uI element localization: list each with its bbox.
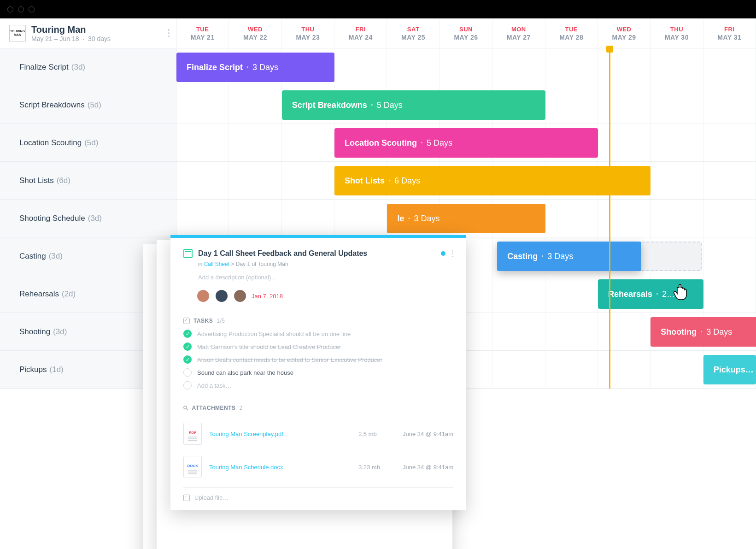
card-date: Jan 7, 2018	[252, 293, 283, 300]
day-header: THUMAY 30	[651, 18, 703, 48]
attachment-date: June 34 @ 9:41am	[403, 431, 453, 437]
day-header: TUEMAY 28	[545, 18, 598, 48]
attachment-size: 3.23 mb	[358, 464, 395, 471]
checklist-item[interactable]: ✓Advertising Production Specialist shoul…	[183, 330, 453, 338]
attachment-row[interactable]: DOCXTouring Man Schedule.docx3.23 mbJune…	[183, 450, 453, 484]
attachment-row[interactable]: PDFTouring Man Screenplay.pdf2.5 mbJune …	[183, 417, 453, 450]
day-header: THUMAY 23	[282, 18, 334, 48]
task-checkbox[interactable]: ✓	[183, 342, 192, 351]
card-title: Day 1 Call Sheet Feedback and General Up…	[198, 249, 367, 258]
gantt-header: TOURING MAN Touring Man May 21 – Jun 18 …	[0, 18, 756, 48]
day-header: FRIMAY 31	[703, 18, 756, 48]
attachments-section-header: ⚲ ATTACHMENTS 2	[183, 404, 453, 412]
avatar[interactable]	[233, 289, 247, 303]
task-checkbox[interactable]	[183, 368, 192, 377]
day-header: FRIMAY 24	[334, 18, 387, 48]
window-minimize-icon[interactable]	[18, 6, 24, 12]
status-dot-icon	[441, 251, 445, 256]
tasks-section-header: TASKS 1/5	[183, 318, 453, 324]
task-label-row[interactable]: Script Breakdowns (5d)	[0, 86, 176, 124]
gantt-row: Shot Lists·6 Days	[176, 162, 756, 200]
attachment-name[interactable]: Touring Man Screenplay.pdf	[209, 431, 351, 437]
project-logo: TOURING MAN	[9, 25, 26, 41]
task-checkbox[interactable]: ✓	[183, 330, 192, 338]
task-detail-card[interactable]: Day 1 Call Sheet Feedback and General Up…	[170, 235, 466, 510]
day-header: WEDMAY 22	[229, 18, 281, 48]
project-title: Touring Man	[31, 24, 111, 35]
gantt-bar[interactable]: Pickups…	[703, 355, 756, 384]
project-subtitle: May 21 – Jun 18 · 30 days	[31, 35, 111, 42]
project-header[interactable]: TOURING MAN Touring Man May 21 – Jun 18 …	[0, 18, 176, 48]
file-thumb-icon: PDF	[183, 423, 202, 445]
day-header: SATMAY 25	[387, 18, 440, 48]
project-menu-icon[interactable]	[168, 29, 170, 37]
task-checkbox[interactable]: ✓	[183, 355, 192, 364]
calendar-icon	[183, 249, 193, 258]
checklist-icon	[183, 318, 190, 324]
avatar[interactable]	[196, 289, 210, 303]
attachment-size: 2.5 mb	[358, 431, 395, 437]
gantt-bar[interactable]: Script Breakdowns·5 Days	[282, 90, 545, 120]
checklist-item[interactable]: ✓Alison Beal's contact needs to be edite…	[183, 355, 453, 364]
gantt-row: le·3 Days	[176, 200, 756, 237]
upload-icon	[183, 495, 190, 501]
description-input[interactable]: Add a description (optional)…	[198, 274, 453, 281]
task-label-row[interactable]: Finalize Script (3d)	[0, 48, 176, 86]
task-label-row[interactable]: Location Scouting (5d)	[0, 124, 176, 162]
checklist-item[interactable]: ✓Matt Garrison's title should be Lead Cr…	[183, 342, 453, 351]
gantt-bar[interactable]: le·3 Days	[387, 204, 545, 233]
card-menu-icon[interactable]	[452, 250, 453, 257]
gantt-row: Location Scouting·5 Days	[176, 124, 756, 162]
day-header: MONMAY 27	[492, 18, 545, 48]
gantt-bar[interactable]: Location Scouting·5 Days	[334, 128, 598, 158]
current-time-marker	[609, 48, 610, 389]
day-header: WEDMAY 29	[598, 18, 651, 48]
attachment-name[interactable]: Touring Man Schedule.docx	[209, 464, 351, 471]
attachment-date: June 34 @ 9:41am	[403, 464, 453, 471]
breadcrumb-link[interactable]: Call Sheet	[204, 261, 229, 267]
task-label-row[interactable]: Shot Lists (6d)	[0, 162, 176, 200]
gantt-row: Script Breakdowns·5 Days	[176, 86, 756, 124]
task-label-row[interactable]: Shooting Schedule (3d)	[0, 200, 176, 237]
gantt-row: Finalize Script·3 Days	[176, 48, 756, 86]
upload-file-input[interactable]: Upload file…	[183, 487, 453, 501]
day-header: SUNMAY 26	[440, 18, 492, 48]
window-close-icon[interactable]	[7, 6, 13, 12]
day-header: TUEMAY 21	[176, 18, 229, 48]
gantt-bar[interactable]: Shooting·3 Days	[651, 317, 756, 347]
gantt-bar[interactable]: Shot Lists·6 Days	[334, 166, 651, 195]
checklist-item[interactable]: Sound can also park near the house	[183, 368, 453, 377]
gantt-bar[interactable]: Casting·3 Days	[497, 242, 641, 271]
avatar[interactable]	[215, 289, 229, 303]
file-thumb-icon: DOCX	[183, 456, 202, 478]
cursor-hand-icon	[674, 283, 690, 301]
window-titlebar	[0, 0, 756, 18]
task-checkbox	[183, 381, 192, 390]
breadcrumb: in Call Sheet > Day 1 of Touring Man	[198, 261, 453, 267]
gantt-bar[interactable]: Finalize Script·3 Days	[176, 53, 334, 82]
paperclip-icon: ⚲	[182, 404, 190, 413]
window-zoom-icon[interactable]	[29, 6, 35, 12]
add-task-input[interactable]: Add a task…	[183, 381, 453, 390]
